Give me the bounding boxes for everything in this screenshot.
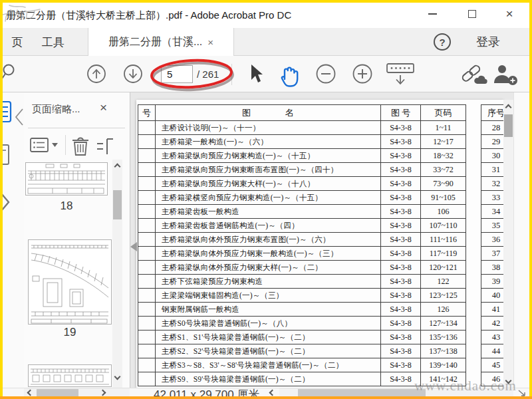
select-tool-icon[interactable] xyxy=(246,63,265,85)
minimize-button[interactable] xyxy=(418,3,447,25)
seq-row: 33 xyxy=(481,191,504,205)
seq-row: 41 xyxy=(481,303,504,317)
cell-drawing-no: S4-3-8 xyxy=(381,205,421,219)
tab-close-icon[interactable]: × xyxy=(207,37,213,48)
thumbnail-page-19[interactable] xyxy=(28,239,112,325)
page-size-label: 42.011 x 29.700 厘米 xyxy=(154,388,259,396)
panel-hscrollbar-thumb[interactable] xyxy=(37,389,78,396)
thumbnail-19-drawing xyxy=(29,240,111,324)
cell-drawing-name: 主桥S1、S1'号块箱梁普通钢筋(一)～（二） xyxy=(156,331,381,344)
cell-drawing-name: 主桥箱梁纵向体外预应力钢束布置图(一)～（六） xyxy=(156,233,381,247)
cell-page-range: 126 xyxy=(421,303,466,317)
page-back-arrow-icon[interactable] xyxy=(130,242,137,251)
delete-pages-icon[interactable] xyxy=(69,135,92,156)
cell-seq xyxy=(138,344,156,358)
cell-seq-value: 42 xyxy=(481,317,504,331)
zoom-in-button[interactable] xyxy=(352,64,372,84)
cell-seq-value: 33 xyxy=(481,191,504,205)
thumbnail-page-18[interactable] xyxy=(25,162,108,196)
cell-drawing-no: S4-3-8 xyxy=(381,135,421,149)
close-icon: × xyxy=(505,7,513,21)
close-button[interactable]: × xyxy=(495,3,524,25)
panel-title: 页面缩略... xyxy=(32,103,80,116)
seq-row: 39 xyxy=(481,275,504,289)
catalog-row: 主桥箱梁齿板一般构造 S4-3-8 106 xyxy=(138,205,466,219)
cell-seq xyxy=(138,275,156,289)
catalog-row: 主桥箱梁一般构造(一)～（六） S4-3-8 12~17 xyxy=(138,135,466,149)
tab-tools[interactable]: 工具 xyxy=(32,28,74,56)
thumbnail-label-19[interactable]: 19 xyxy=(28,326,112,339)
cell-drawing-no: S4-3-8 xyxy=(381,247,421,261)
cell-seq-value: 43 xyxy=(481,331,504,344)
fit-width-icon[interactable] xyxy=(384,61,416,88)
catalog-row: 主梁梁端钢束锚固构造(一)～（三） S4-3-8 123~125 xyxy=(138,289,466,303)
cell-seq-value: 35 xyxy=(481,219,504,233)
thumbnail-page-20[interactable] xyxy=(28,364,112,387)
help-button[interactable]: ? xyxy=(434,33,451,51)
tools-pane-strip xyxy=(513,92,529,388)
cell-seq-value: 37 xyxy=(481,247,504,261)
sign-in-button[interactable]: 登录 xyxy=(476,34,500,50)
pdf-page: 号 图 名 图 号 页码 主桥设计说明(一)～（十一） S4-3-8 1~11 xyxy=(136,100,503,388)
cell-seq-value: 41 xyxy=(481,303,504,317)
cell-drawing-no: S4-3-8 xyxy=(381,233,421,247)
tab-home[interactable]: 页 xyxy=(3,28,32,56)
cell-drawing-no: S4-3-8 xyxy=(381,303,421,317)
doc-scrollbar-track[interactable] xyxy=(503,100,513,388)
title-bar: 册第二分册（甘溪特大桥主桥上部）.pdf - Adobe Acrobat Pro… xyxy=(3,3,529,28)
cell-drawing-name: 主桥S3～S8、S3'～S8'号块箱梁普通钢筋(一)～（二） xyxy=(156,358,381,372)
maximize-icon xyxy=(468,10,476,18)
tab-document[interactable]: 册第二分册（甘溪... × xyxy=(88,28,234,56)
seq-row: 45 xyxy=(481,358,504,372)
next-page-button[interactable] xyxy=(123,64,143,84)
thumbnail-20-drawing xyxy=(29,365,111,386)
thumbnail-label-18[interactable]: 18 xyxy=(25,200,108,213)
cell-drawing-name: 主梁梁端钢束锚固构造(一)～（三） xyxy=(156,289,381,303)
cell-drawing-name: 主桥箱梁齿板普通钢筋构造(一)～（四） xyxy=(156,219,381,233)
doc-hscrollbar-thumb[interactable] xyxy=(298,389,426,396)
col-header-name: 图 名 xyxy=(156,105,381,121)
cell-drawing-name: 主桥设计说明(一)～（十一） xyxy=(156,121,381,135)
col-header-page: 页码 xyxy=(421,105,466,121)
maximize-button[interactable] xyxy=(458,3,487,25)
cell-page-range: 107~110 xyxy=(421,219,466,233)
cell-seq xyxy=(138,121,156,135)
cell-seq xyxy=(138,303,156,317)
previous-page-button[interactable] xyxy=(86,64,106,84)
seq-row: 30 xyxy=(481,149,504,163)
zoom-out-button[interactable] xyxy=(316,64,336,84)
cell-drawing-no: S4-3-8 xyxy=(381,177,421,191)
seq-row: 43 xyxy=(481,331,504,344)
cell-seq xyxy=(138,247,156,261)
doc-hscroll-left-icon[interactable] xyxy=(269,390,276,396)
catalog-row: 主桥S0号块箱梁普通钢筋(一)～（八） S4-3-8 127~134 xyxy=(138,317,466,331)
catalog-row: 主桥箱梁纵向体外预应力钢束大样(一)～（二） S4-3-8 120~121 xyxy=(138,261,466,275)
seq-row: 36 xyxy=(481,233,504,247)
cell-page-range: 135~136 xyxy=(421,331,466,344)
seq-row: 35 xyxy=(481,219,504,233)
thumbnail-options-icon[interactable] xyxy=(29,136,60,154)
share-with-people-icon[interactable] xyxy=(492,63,520,88)
cell-seq-value: 45 xyxy=(481,358,504,372)
doc-scrollbar-thumb[interactable] xyxy=(504,114,513,137)
annotation-frame-top xyxy=(0,0,532,3)
hand-tool-icon[interactable] xyxy=(275,61,302,89)
col-header-seq: 号 xyxy=(138,105,156,121)
drawing-catalog-table: 号 图 名 图 号 页码 主桥设计说明(一)～（十一） S4-3-8 1~11 xyxy=(138,104,466,386)
col-header-no: 图 号 xyxy=(381,105,421,121)
collapse-pane-icon[interactable] xyxy=(13,106,25,128)
rotate-pages-icon[interactable] xyxy=(96,136,116,157)
catalog-row: 主桥箱梁纵向预应力钢束构造(一)～（十五） S4-3-8 18~32 xyxy=(138,149,466,163)
cell-drawing-name: 主桥箱梁纵向预应力钢束大样(一)～（十八） xyxy=(156,177,381,191)
cell-seq xyxy=(138,372,156,386)
cell-page-range: 1~11 xyxy=(421,121,466,135)
panel-close-icon[interactable]: × xyxy=(100,100,107,115)
cell-page-range: 91~105 xyxy=(421,191,466,205)
cell-page-range: 137~138 xyxy=(421,344,466,358)
share-link-icon[interactable] xyxy=(458,64,489,86)
cell-drawing-name: 主桥箱梁齿板一般构造 xyxy=(156,205,381,219)
panel-scrollbar-thumb[interactable] xyxy=(113,190,122,219)
cell-drawing-no: S4-3-8 xyxy=(381,121,421,135)
panel-toolbar-separator xyxy=(65,135,66,155)
catalog-row: 主桥箱梁横竖向预应力钢束构造(一)～（十五） S4-3-8 91~105 xyxy=(138,191,466,205)
